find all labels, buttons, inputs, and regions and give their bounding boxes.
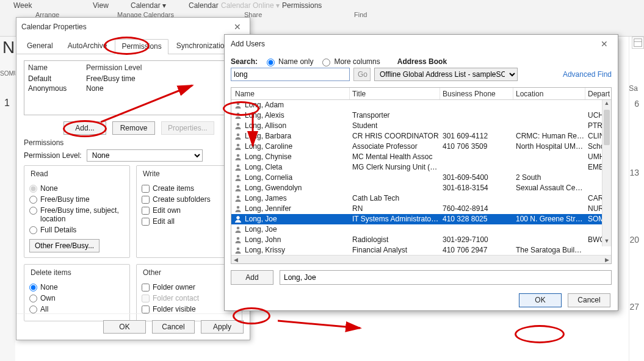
- results-body[interactable]: Long, AdamLong, AlexisTransporterUCHLong…: [231, 100, 611, 255]
- result-row[interactable]: Long, JoeIT Systems Administrator, L...4…: [231, 214, 611, 224]
- svg-point-10: [237, 185, 240, 188]
- ribbon-view[interactable]: View: [93, 1, 109, 10]
- read-freebusy[interactable]: Free/Busy time: [29, 195, 125, 204]
- calendar-properties-dialog: Calendar Properties ✕ General AutoArchiv…: [16, 17, 250, 340]
- results-grid: Name Title Business Phone Location Depar…: [231, 87, 612, 264]
- ok-button[interactable]: OK: [519, 293, 562, 307]
- advanced-find-link[interactable]: Advanced Find: [563, 70, 612, 79]
- other metadata-folder-visible[interactable]: Folder visible: [142, 305, 237, 313]
- person-icon: [234, 163, 244, 173]
- other-folder-owner[interactable]: Folder owner: [142, 283, 237, 291]
- person-icon: [234, 132, 244, 142]
- svg-rect-0: [634, 39, 642, 47]
- dialog-title: Calendar Properties: [21, 18, 87, 36]
- ribbon-calendar-online[interactable]: Calendar Online ▾: [221, 1, 280, 10]
- read-full-details[interactable]: Full Details: [29, 226, 125, 234]
- calendar-n-label: N: [2, 38, 15, 57]
- day-27[interactable]: 27: [629, 302, 639, 312]
- ribbon-calendar-btn[interactable]: Calendar: [189, 1, 219, 10]
- perm-row-default[interactable]: Default Free/Busy time: [28, 74, 238, 83]
- ribbon-calendar-menu[interactable]: Calendar ▾: [131, 1, 166, 10]
- mailbox-somu: SOMU: [0, 68, 15, 80]
- permissions-list[interactable]: Name Permission Level Default Free/Busy …: [24, 60, 242, 115]
- ok-button[interactable]: OK: [103, 320, 146, 334]
- add-selected-input[interactable]: [280, 270, 612, 285]
- read-box: Read None Free/Busy time Free/Busy time,…: [24, 165, 130, 258]
- permission-level-select[interactable]: None: [87, 149, 203, 162]
- tab-autoarchive[interactable]: AutoArchive: [61, 38, 114, 54]
- close-icon[interactable]: ✕: [230, 18, 245, 36]
- col-location[interactable]: Location: [513, 88, 585, 99]
- ribbon-permissions[interactable]: Permissions: [282, 1, 322, 10]
- perm-row-anonymous[interactable]: Anonymous None: [28, 84, 238, 93]
- cancel-button[interactable]: Cancel: [568, 293, 610, 307]
- result-row[interactable]: Long, Adam: [231, 100, 611, 110]
- search-label: Search:: [231, 57, 258, 66]
- cancel-button[interactable]: Cancel: [152, 320, 195, 334]
- svg-point-7: [237, 154, 240, 157]
- read-none[interactable]: None: [29, 184, 125, 193]
- result-row[interactable]: Long, KrissyFinancial Analyst410 706 294…: [231, 245, 611, 255]
- add-users-dialog: Add Users ✕ Search: Name only More colum…: [224, 34, 618, 311]
- delete-none[interactable]: None: [29, 283, 125, 291]
- search-more-columns[interactable]: More columns: [319, 57, 380, 66]
- col-phone[interactable]: Business Phone: [440, 88, 513, 99]
- person-icon: [234, 122, 244, 132]
- col-level: Permission Level: [86, 63, 142, 72]
- result-row[interactable]: Long, JenniferRN760-402-8914NUR: [231, 204, 611, 214]
- result-row[interactable]: Long, AlexisTransporterUCH: [231, 110, 611, 121]
- result-row[interactable]: Long, BarbaraCR HRIS COORDINATOR301 609-…: [231, 131, 611, 141]
- delete-title: Delete items: [29, 268, 73, 277]
- result-row[interactable]: Long, Cornelia301-609-54002 South: [231, 173, 611, 183]
- person-icon: [234, 236, 244, 246]
- result-row[interactable]: Long, ChyniseMC Mental Health AssocUMH: [231, 152, 611, 162]
- person-icon: [234, 174, 244, 184]
- result-row[interactable]: Long, JohnRadiologist301-929-7100BWC: [231, 235, 611, 245]
- day-13[interactable]: 13: [629, 168, 639, 177]
- search-name-only[interactable]: Name only: [264, 57, 313, 66]
- address-book-select[interactable]: Offline Global Address List - sampleSOMU: [374, 68, 518, 81]
- result-row[interactable]: Long, Joe: [231, 224, 611, 235]
- result-row[interactable]: Long, AllisonStudentPTRS: [231, 121, 611, 131]
- permission-level-label: Permission Level:: [24, 151, 82, 160]
- remove-button[interactable]: Remove: [112, 121, 155, 135]
- other-freebusy-button[interactable]: Other Free/Busy...: [29, 239, 99, 252]
- add-selected-button[interactable]: Add: [231, 270, 273, 285]
- scrollbar-horizontal[interactable]: ◀ ▶: [231, 255, 611, 263]
- write-edit-all[interactable]: Edit all: [142, 217, 237, 226]
- col-name[interactable]: Name: [234, 88, 350, 99]
- apply-button[interactable]: Apply: [201, 320, 244, 334]
- tab-permissions[interactable]: Permissions: [115, 39, 168, 54]
- col-title[interactable]: Title: [350, 88, 440, 99]
- svg-point-12: [237, 206, 240, 209]
- search-input[interactable]: [231, 68, 350, 81]
- ribbon-week[interactable]: Week: [13, 1, 32, 10]
- day-20[interactable]: 20: [629, 235, 639, 245]
- delete-box: Delete items None Own All: [24, 264, 130, 321]
- delete-all[interactable]: All: [29, 305, 125, 313]
- svg-point-2: [237, 102, 240, 105]
- person-icon: [234, 143, 244, 152]
- write-create-items[interactable]: Create items: [142, 184, 237, 193]
- col-dept[interactable]: Depart: [585, 88, 611, 99]
- tab-general[interactable]: General: [20, 38, 60, 54]
- add-button[interactable]: Add...: [63, 121, 106, 135]
- person-icon: [234, 215, 244, 225]
- result-row[interactable]: Long, CarolineAssociate Professor410 706…: [231, 141, 611, 152]
- write-edit-own[interactable]: Edit own: [142, 206, 237, 215]
- read-freebusy-subject[interactable]: Free/Busy time, subject, location: [29, 206, 125, 223]
- person-icon: [234, 195, 244, 204]
- col-name: Name: [28, 63, 86, 72]
- result-row[interactable]: Long, Gwendolyn301-618-3154Sexual Assaul…: [231, 183, 611, 193]
- expand-icon[interactable]: [632, 37, 644, 49]
- svg-point-3: [237, 112, 240, 115]
- go-button[interactable]: Go: [353, 68, 371, 81]
- delete-own[interactable]: Own: [29, 294, 125, 302]
- write-create-subfolders[interactable]: Create subfolders: [142, 195, 237, 204]
- day-6[interactable]: 6: [634, 99, 639, 109]
- close-icon[interactable]: ✕: [597, 35, 612, 53]
- scrollbar-vertical[interactable]: ▲ ▼: [602, 100, 611, 246]
- day-sa: Sa: [629, 84, 638, 93]
- result-row[interactable]: Long, CletaMG Clerk Nursing Unit (UN)EME: [231, 162, 611, 173]
- result-row[interactable]: Long, JamesCath Lab TechCARI: [231, 193, 611, 204]
